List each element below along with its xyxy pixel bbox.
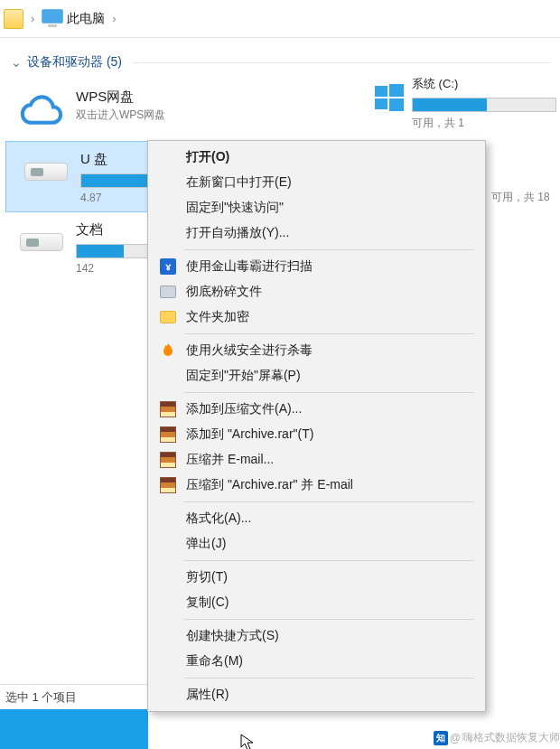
menu-separator	[184, 560, 474, 561]
menu-rar-add[interactable]: 添加到压缩文件(A)...	[150, 397, 483, 422]
rar-icon	[159, 426, 177, 444]
drive-icon	[23, 157, 70, 188]
menu-open-autoplay[interactable]: 打开自动播放(Y)...	[150, 220, 483, 246]
menu-huorong-scan[interactable]: 使用火绒安全进行杀毒	[150, 338, 483, 363]
menu-properties[interactable]: 属性(R)	[150, 682, 483, 707]
context-menu: 打开(O) 在新窗口中打开(E) 固定到"快速访问" 打开自动播放(Y)... …	[147, 140, 486, 712]
breadcrumb-location[interactable]: 此电脑	[67, 11, 105, 27]
menu-open-new-window[interactable]: 在新窗口中打开(E)	[150, 170, 483, 195]
taskbar-fragment	[0, 709, 148, 749]
menu-open[interactable]: 打开(O)	[150, 145, 483, 170]
menu-kingsoft-scan[interactable]: ɤ 使用金山毒霸进行扫描	[150, 254, 483, 279]
menu-cut[interactable]: 剪切(T)	[150, 565, 483, 590]
rar-icon	[159, 476, 177, 494]
menu-pin-start[interactable]: 固定到"开始"屏幕(P)	[150, 363, 483, 389]
mouse-cursor-icon	[240, 734, 255, 749]
menu-separator	[184, 619, 474, 620]
chevron-down-icon: ⌄	[11, 55, 22, 70]
status-bar: 选中 1 个项目	[0, 684, 148, 709]
drive-title: 系统 (C:)	[412, 76, 556, 92]
drive-system-c[interactable]: 系统 (C:) 可用，共 1	[367, 76, 560, 131]
chevron-right-icon[interactable]: ›	[112, 12, 116, 25]
menu-format[interactable]: 格式化(A)...	[150, 506, 483, 531]
svg-rect-1	[389, 84, 404, 97]
shield-icon: ɤ	[159, 257, 177, 276]
drive-icon	[18, 228, 65, 258]
menu-shred-file[interactable]: 彻底粉碎文件	[150, 279, 483, 304]
menu-rename[interactable]: 重命名(M)	[150, 649, 483, 674]
svg-rect-3	[389, 98, 404, 111]
menu-separator	[184, 249, 474, 250]
menu-rar-email-named[interactable]: 压缩到 "Archive.rar" 并 E-mail	[150, 473, 483, 498]
this-pc-icon[interactable]	[40, 9, 65, 29]
divider	[133, 62, 551, 63]
menu-separator	[184, 333, 474, 334]
svg-rect-0	[375, 86, 387, 97]
breadcrumb[interactable]: › 此电脑 ›	[0, 0, 560, 38]
lock-folder-icon	[159, 308, 177, 326]
rar-icon	[159, 451, 177, 469]
menu-rar-add-named[interactable]: 添加到 "Archive.rar"(T)	[150, 422, 483, 447]
menu-eject[interactable]: 弹出(J)	[150, 531, 483, 557]
usage-bar	[412, 98, 556, 112]
chevron-right-icon: ›	[31, 12, 34, 25]
menu-separator	[184, 392, 474, 393]
drive-free-text: 可用，共 18	[491, 190, 550, 205]
menu-create-shortcut[interactable]: 创建快捷方式(S)	[150, 623, 483, 649]
menu-separator	[184, 678, 474, 679]
home-icon[interactable]	[4, 9, 23, 29]
flame-icon	[159, 342, 177, 360]
drive-wps-cloud[interactable]: WPS网盘 双击进入WPS网盘	[5, 80, 340, 141]
rar-icon	[159, 400, 177, 418]
menu-rar-email[interactable]: 压缩并 E-mail...	[150, 447, 483, 473]
drive-title: WPS网盘	[76, 89, 165, 106]
cloud-icon	[18, 92, 65, 128]
menu-pin-quick-access[interactable]: 固定到"快速访问"	[150, 195, 483, 220]
menu-copy[interactable]: 复制(C)	[150, 590, 483, 615]
menu-folder-encrypt[interactable]: 文件夹加密	[150, 304, 483, 330]
windows-icon	[367, 76, 412, 121]
menu-separator	[184, 501, 474, 502]
drive-free-text: 可用，共 1	[412, 116, 556, 131]
shredder-icon	[159, 283, 177, 301]
svg-rect-2	[375, 98, 387, 109]
section-title: 设备和驱动器 (5)	[27, 54, 122, 70]
drive-subtitle: 双击进入WPS网盘	[76, 108, 165, 123]
zhihu-icon: 知	[434, 731, 448, 745]
section-devices-drives[interactable]: ⌄ 设备和驱动器 (5)	[5, 49, 560, 80]
watermark: 知 @嗨格式数据恢复大师	[434, 730, 560, 745]
